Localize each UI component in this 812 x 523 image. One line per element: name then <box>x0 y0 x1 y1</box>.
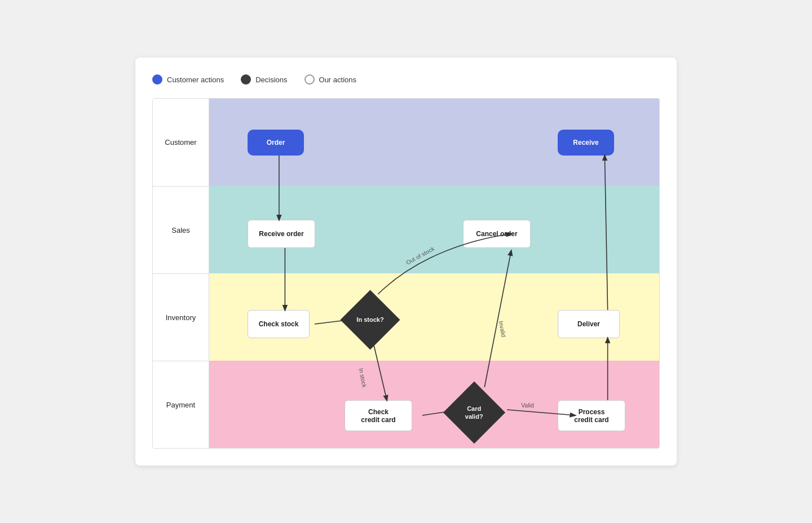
receive-node: Receive <box>558 130 614 156</box>
page-container: Customer actions Decisions Our actions C… <box>135 57 677 466</box>
diagram: Customer Sales Inventory Payment Order R… <box>152 98 660 449</box>
lanes-labels: Customer Sales Inventory Payment <box>153 99 209 448</box>
receive-order-node: Receive order <box>248 220 315 248</box>
decisions-dot <box>241 74 251 85</box>
in-stock-label: In stock? <box>356 316 383 323</box>
our-actions-dot <box>304 74 315 85</box>
lane-label-customer: Customer <box>153 99 209 186</box>
legend-item-decisions: Decisions <box>241 74 287 85</box>
lane-label-sales: Sales <box>153 186 209 273</box>
customer-actions-label: Customer actions <box>167 76 224 84</box>
deliver-node: Deliver <box>558 310 620 338</box>
check-stock-node: Check stock <box>248 310 310 338</box>
card-valid-diamond-wrap: Cardvalid? <box>449 387 500 438</box>
cancel-order-node: Cancel order <box>463 220 531 248</box>
lanes-content: Order Receive Receive order Cancel order… <box>209 99 659 448</box>
card-valid-diamond: Cardvalid? <box>443 382 505 444</box>
check-credit-card-node: Checkcredit card <box>345 400 412 431</box>
in-stock-diamond-wrap: In stock? <box>345 294 395 345</box>
legend: Customer actions Decisions Our actions <box>152 74 660 85</box>
card-valid-label: Cardvalid? <box>465 405 483 421</box>
lane-label-inventory: Inventory <box>153 273 209 361</box>
order-node: Order <box>248 130 304 156</box>
legend-item-our-actions: Our actions <box>304 74 356 85</box>
lane-label-payment: Payment <box>153 361 209 448</box>
our-actions-label: Our actions <box>319 76 356 84</box>
decisions-label: Decisions <box>255 76 287 84</box>
process-credit-card-node: Processcredit card <box>558 400 625 431</box>
in-stock-diamond: In stock? <box>340 290 400 349</box>
customer-actions-dot <box>152 74 162 85</box>
legend-item-customer-actions: Customer actions <box>152 74 224 85</box>
